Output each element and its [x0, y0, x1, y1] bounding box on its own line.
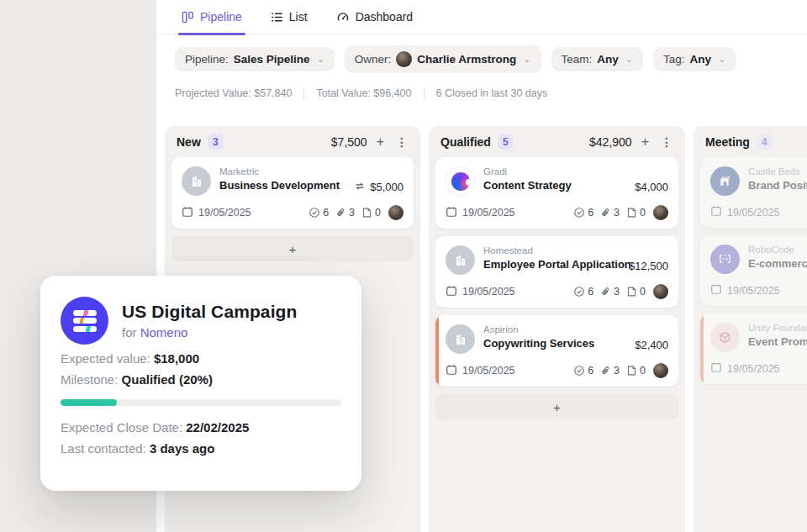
tab-pipeline[interactable]: Pipeline: [182, 0, 242, 34]
kanban-icon: [182, 11, 194, 24]
column-name: Qualified: [440, 135, 491, 149]
filter-pipeline-label: Pipeline:: [185, 53, 229, 66]
tab-pipeline-label: Pipeline: [200, 10, 242, 24]
deal-card[interactable]: Gradi Content Strategy $4,000 19/05/2025…: [435, 157, 678, 229]
tab-dashboard-label: Dashboard: [356, 10, 414, 24]
chevron-down-icon: ⌄: [317, 54, 324, 65]
filter-owner-label: Owner:: [355, 53, 392, 66]
close-date-label: Expected Close Date:: [61, 420, 182, 435]
tasks-count: 6: [588, 365, 593, 377]
filter-owner[interactable]: Owner: Charlie Armstrong ⌄: [345, 45, 541, 73]
note-icon: [361, 207, 372, 219]
priority-stripe: [700, 313, 704, 384]
card-company: Gradi: [483, 166, 626, 176]
tasks-count: 6: [323, 207, 329, 219]
card-title: Copywriting Services: [483, 337, 626, 350]
column-menu-button[interactable]: ⋮: [393, 136, 410, 148]
dashboard-gauge-icon: [336, 11, 350, 24]
notes-count: 0: [640, 207, 646, 219]
filter-pipeline-value: Sales Pipeline: [234, 53, 310, 66]
column-total: $7,500: [331, 135, 367, 149]
card-company: Homestead: [483, 245, 620, 255]
milestone-value: Qualified (20%): [122, 372, 213, 387]
deal-card[interactable]: Homestead Employee Portal Application $1…: [435, 236, 678, 308]
add-card-button[interactable]: +: [171, 236, 414, 261]
list-icon: [271, 11, 283, 24]
filter-tag-value: Any: [690, 53, 712, 66]
add-card-button[interactable]: +: [435, 394, 678, 419]
calendar-icon: [710, 361, 722, 376]
filter-pipeline[interactable]: Pipeline: Sales Pipeline ⌄: [175, 47, 335, 71]
deal-client-link[interactable]: Nomeno: [140, 325, 188, 340]
attachments-count: 3: [614, 286, 620, 298]
paperclip-icon: [335, 207, 346, 219]
company-logo-robot-icon: [710, 245, 740, 274]
deal-card[interactable]: Marketric Business Development $5,000 19…: [171, 157, 414, 229]
last-contacted: 3 days ago: [150, 441, 215, 456]
paperclip-icon: [600, 365, 611, 377]
column-count-badge: 3: [208, 134, 224, 150]
add-deal-button[interactable]: +: [639, 135, 651, 149]
company-logo-building-icon: [446, 324, 475, 354]
card-company: RoboCode: [748, 245, 807, 255]
milestone-progress-fill: [61, 399, 117, 406]
deal-card[interactable]: Castle Beds Brand Positioning 19/05/2025: [700, 157, 807, 228]
assignee-avatar: [653, 363, 668, 378]
notes-count: 0: [375, 207, 381, 219]
filter-team-label: Team:: [562, 53, 593, 66]
column-meeting: Meeting 4 Castle Beds Brand Positioning: [694, 126, 807, 532]
column-qualified: Qualified 5 $42,900 + ⋮ Gradi Content St…: [429, 126, 685, 532]
card-company: Castle Beds: [748, 166, 807, 176]
notes-count: 0: [640, 286, 646, 298]
closed-stat: 6 Closed in last 30 days: [436, 87, 548, 99]
calendar-icon: [446, 364, 457, 378]
assignee-avatar: [653, 205, 668, 220]
tab-dashboard[interactable]: Dashboard: [336, 0, 414, 34]
chevron-down-icon: ⌄: [625, 54, 633, 65]
tasks-count: 6: [588, 286, 593, 298]
deal-card[interactable]: Unity Foundation Event Promotion 19/05/2…: [700, 313, 807, 384]
expected-value-label: Expected value:: [61, 351, 150, 366]
card-value: $2,400: [635, 339, 668, 351]
check-circle-icon: [309, 207, 320, 219]
filter-team-value: Any: [597, 53, 619, 66]
close-date: 22/02/2025: [186, 420, 249, 435]
column-total: $42,900: [589, 135, 632, 149]
divider: [303, 87, 304, 99]
card-value: $4,000: [635, 181, 668, 193]
tab-list[interactable]: List: [271, 0, 308, 34]
chevron-down-icon: ⌄: [523, 54, 530, 65]
deal-for-label: for: [122, 325, 137, 340]
card-date: 19/05/2025: [198, 207, 251, 219]
note-icon: [626, 286, 637, 298]
column-meeting-header: Meeting 4: [694, 126, 807, 155]
deal-card[interactable]: Aspirion Copywriting Services $2,400 19/…: [435, 315, 678, 387]
filter-tag[interactable]: Tag: Any ⌄: [653, 47, 736, 71]
column-qualified-header: Qualified 5 $42,900 + ⋮: [429, 126, 685, 155]
expected-value: $18,000: [154, 351, 199, 366]
card-date: 19/05/2025: [462, 365, 515, 377]
column-count-badge: 4: [757, 134, 773, 150]
column-menu-button[interactable]: ⋮: [658, 136, 675, 148]
column-name: Meeting: [705, 135, 750, 149]
filter-team[interactable]: Team: Any ⌄: [551, 47, 644, 71]
filter-owner-value: Charlie Armstrong: [417, 53, 516, 66]
chevron-down-icon: ⌄: [718, 54, 725, 65]
company-logo-castle-icon: [710, 166, 740, 196]
deal-title: US Digital Campaign: [122, 302, 297, 322]
active-tab-underline: [178, 33, 245, 35]
deal-card[interactable]: RoboCode E-commerce 19/05/2025: [700, 235, 807, 306]
milestone-label: Milestone:: [61, 372, 118, 387]
card-title: Business Development: [219, 179, 345, 192]
filter-tag-label: Tag:: [663, 53, 685, 66]
add-deal-button[interactable]: +: [374, 135, 387, 149]
paperclip-icon: [600, 286, 611, 298]
card-date: 19/05/2025: [727, 207, 780, 219]
milestone-progress-track: [61, 399, 341, 406]
tasks-count: 6: [588, 207, 593, 219]
attachments-count: 3: [614, 207, 620, 219]
card-date: 19/05/2025: [462, 207, 515, 219]
calendar-icon: [710, 205, 722, 219]
priority-stripe: [435, 315, 439, 387]
company-logo-building-icon: [446, 245, 475, 275]
